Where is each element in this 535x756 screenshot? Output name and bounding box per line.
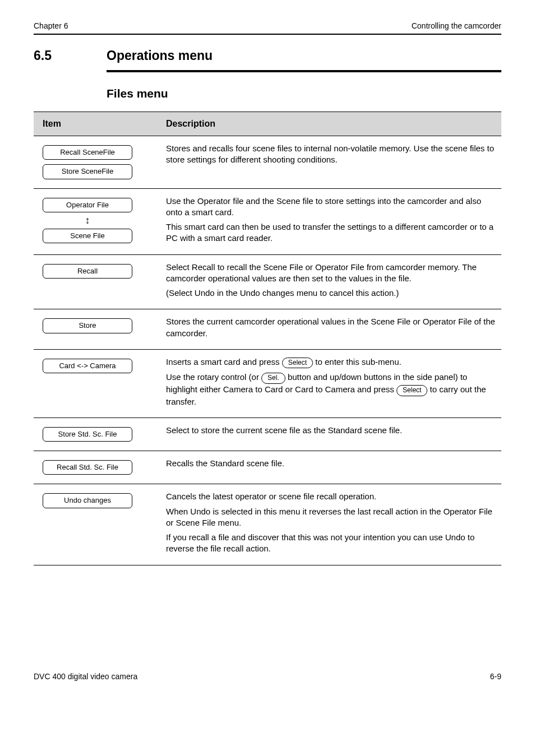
table-row: Operator File ↕ Scene File Use the Opera… — [34, 188, 501, 254]
description-text: (Select Undo in the Undo changes menu to… — [166, 287, 496, 299]
description-text: Select Recall to recall the Scene File o… — [166, 262, 496, 285]
desc-fragment: Inserts a smart card and press — [166, 357, 282, 367]
table-row: Recall Std. Sc. File Recalls the Standar… — [34, 451, 501, 484]
chapter-label: Chapter 6 — [34, 21, 68, 30]
menu-button-store-scenefile: Store SceneFile — [43, 164, 132, 179]
description-text: Select to store the current scene file a… — [166, 425, 496, 436]
updown-arrow-icon: ↕ — [85, 215, 90, 226]
col-header-description: Description — [157, 112, 501, 136]
menu-button-scene-file: Scene File — [43, 229, 132, 243]
table-row: Recall Select Recall to recall the Scene… — [34, 254, 501, 309]
table-row: Card <-> Camera Inserts a smart card and… — [34, 349, 501, 418]
description-text: When Undo is selected in this menu it re… — [166, 506, 496, 529]
menu-button-recall-scenefile: Recall SceneFile — [43, 145, 132, 160]
table-row: Store Std. Sc. File Select to store the … — [34, 418, 501, 451]
table-row: Store Stores the current camcorder opera… — [34, 309, 501, 350]
table-row: Recall SceneFile Store SceneFile Stores … — [34, 136, 501, 189]
menu-button-recall: Recall — [43, 264, 132, 279]
description-text: Recalls the Standard scene file. — [166, 458, 496, 469]
footer-page-number: 6-9 — [490, 672, 501, 681]
files-menu-table: Item Description Recall SceneFile Store … — [34, 112, 501, 565]
table-row: Undo changes Cancels the latest operator… — [34, 484, 501, 565]
menu-button-operator-file: Operator File — [43, 198, 132, 212]
description-text: Stores and recalls four scene files to i… — [166, 143, 496, 166]
desc-fragment: to enter this sub-menu. — [315, 357, 401, 367]
select-button-icon: Select — [396, 385, 427, 396]
description-text: If you recall a file and discover that t… — [166, 532, 496, 555]
desc-fragment: Use the rotary control (or — [166, 372, 261, 382]
description-text: Cancels the latest operator or scene fil… — [166, 491, 496, 502]
section-title: Operations menu — [107, 48, 501, 63]
top-rule — [34, 34, 501, 35]
subsection-title: Files menu — [107, 87, 501, 100]
menu-button-store-std-sc-file: Store Std. Sc. File — [43, 427, 132, 442]
select-button-icon: Sel. — [261, 373, 285, 384]
footer-model: DVC 400 digital video camera — [34, 672, 137, 681]
description-text: Inserts a smart card and press Select to… — [166, 356, 496, 369]
select-button-icon: Select — [282, 358, 313, 369]
description-text: Use the rotary control (or Sel. button a… — [166, 372, 496, 407]
menu-button-recall-std-sc-file: Recall Std. Sc. File — [43, 460, 132, 475]
col-header-item: Item — [34, 112, 157, 136]
description-text: This smart card can then be used to tran… — [166, 221, 496, 244]
menu-button-undo-changes: Undo changes — [43, 493, 132, 508]
menu-button-card-camera: Card <-> Camera — [43, 359, 132, 373]
section-number: 6.5 — [34, 48, 90, 63]
menu-button-store: Store — [43, 318, 132, 333]
chapter-title: Controlling the camcorder — [412, 21, 501, 30]
description-text: Use the Operator file and the Scene file… — [166, 196, 496, 219]
heavy-rule — [107, 70, 501, 72]
description-text: Stores the current camcorder operational… — [166, 316, 496, 339]
